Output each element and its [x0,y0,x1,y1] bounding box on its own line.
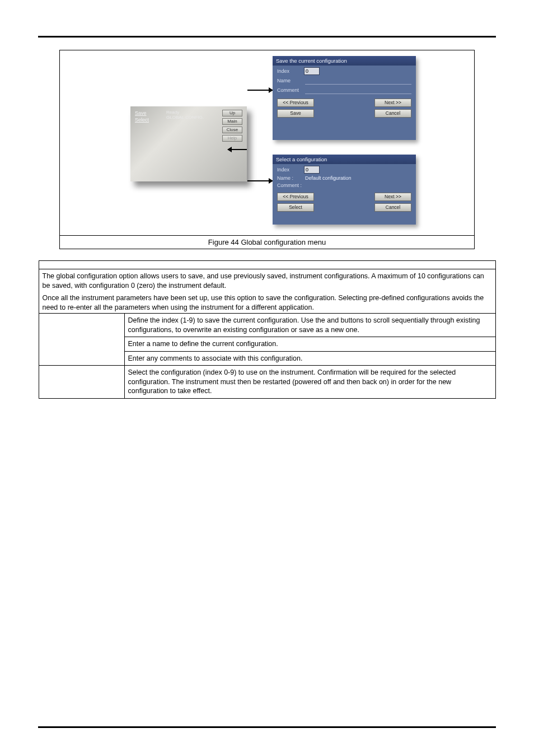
select-button-previous[interactable]: << Previous [277,193,314,201]
menu-status-ready: Ready [166,110,204,115]
select-dialog-title: Select a configuration [273,155,416,164]
save-input-name[interactable] [305,77,411,85]
save-input-comment[interactable] [305,86,411,94]
param-select-index: Select the configuration (index 0-9) to … [124,366,495,398]
select-label-comment: Comment : [277,183,304,188]
param-key-select [39,366,125,398]
figure-caption: Figure 44 Global configuration menu [60,235,474,249]
menu-button-up[interactable]: Up [222,110,242,116]
figure-44: Ready GLOBAL CONFIG. Save Select Up Main… [59,50,475,249]
select-button-next[interactable]: Next >> [374,193,411,201]
arrow-back [228,149,247,150]
save-label-index: Index [277,68,304,74]
parameter-table: Define the index (1-9) to save the curre… [39,314,495,398]
param-key-save [39,314,125,366]
select-value-name: Default configuration [305,175,411,181]
menu-item-save[interactable]: Save [135,110,149,116]
global-config-section: The global configuration option allows u… [39,260,496,399]
save-button-save[interactable]: Save [277,109,314,118]
intro-para-2: Once all the instrument parameters have … [43,293,492,312]
param-save-name: Enter a name to define the current confi… [124,337,495,352]
select-button-cancel[interactable]: Cancel [374,203,411,212]
save-button-previous[interactable]: << Previous [277,99,314,107]
select-label-name: Name : [277,175,304,181]
select-dialog: Select a configuration Index Name : Defa… [273,155,416,225]
save-button-cancel[interactable]: Cancel [374,109,411,118]
param-save-index: Define the index (1-9) to save the curre… [124,314,495,337]
arrow-to-save [247,90,273,91]
select-input-index[interactable] [304,166,320,174]
select-label-index: Index [277,167,304,172]
select-button-select[interactable]: Select [277,203,314,212]
save-dialog-title: Save the current configuration [273,56,416,66]
menu-status-context: GLOBAL CONFIG. [166,115,204,120]
save-dialog: Save the current configuration Index Nam… [273,56,416,140]
save-button-next[interactable]: Next >> [374,99,411,107]
save-input-index[interactable] [304,67,320,75]
menu-status: Ready GLOBAL CONFIG. [166,110,204,120]
arrow-to-select [247,180,273,181]
param-save-comment: Enter any comments to associate with thi… [124,351,495,366]
intro-para-1: The global configuration option allows u… [43,272,492,290]
menu-button-main[interactable]: Main [222,118,242,125]
save-label-comment: Comment [277,87,304,93]
menu-item-select[interactable]: Select [135,116,149,123]
save-label-name: Name [277,78,304,83]
menu-button-close[interactable]: Close [222,127,242,133]
menu-button-help[interactable]: Help [222,135,242,142]
menu-panel: Ready GLOBAL CONFIG. Save Select Up Main… [130,106,247,181]
